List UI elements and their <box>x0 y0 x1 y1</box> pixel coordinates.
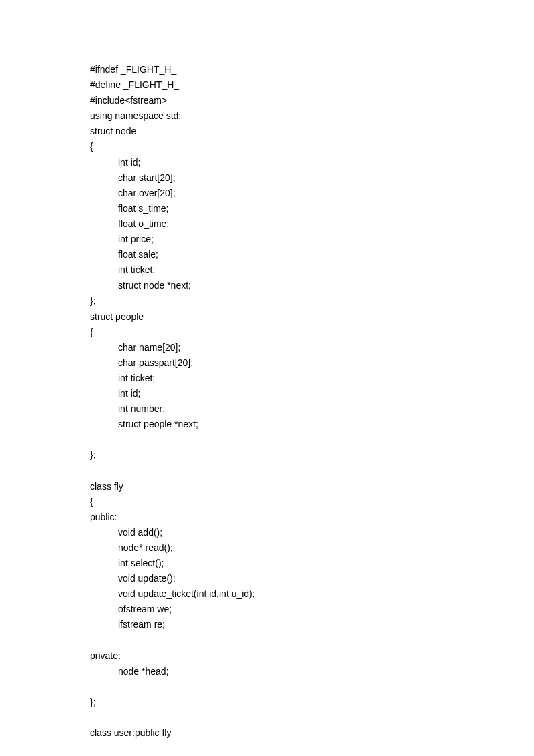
code-line: int number; <box>90 401 534 417</box>
code-line: char passpart[20]; <box>90 355 534 371</box>
code-line: int select(); <box>90 556 534 571</box>
code-line: ofstream we; <box>90 602 534 617</box>
code-line: #ifndef _FLIGHT_H_ <box>90 62 534 77</box>
code-line: int ticket; <box>90 262 534 278</box>
code-line: public: <box>90 510 534 525</box>
code-line <box>90 432 534 447</box>
code-line: int id; <box>90 386 534 401</box>
code-line: { <box>90 325 534 340</box>
code-line: using namespace std; <box>90 108 534 124</box>
code-line: char name[20]; <box>90 340 534 355</box>
code-line <box>90 679 534 695</box>
code-line: char start[20]; <box>90 170 534 186</box>
code-line: class user:public fly <box>90 725 534 741</box>
code-line: node *head; <box>90 664 534 679</box>
code-line: int ticket; <box>90 371 534 386</box>
code-line: { <box>90 139 534 154</box>
code-line: ifstream re; <box>90 617 534 632</box>
code-line: struct people <box>90 309 534 325</box>
code-line <box>90 710 534 725</box>
code-line: node* read(); <box>90 540 534 556</box>
code-line: struct people *next; <box>90 417 534 432</box>
code-line: class fly <box>90 479 534 494</box>
code-line: int id; <box>90 155 534 170</box>
code-line: { <box>90 494 534 510</box>
code-line: }; <box>90 447 534 463</box>
code-line <box>90 632 534 648</box>
code-line: }; <box>90 293 534 309</box>
code-line: struct node <box>90 124 534 139</box>
code-line: float o_time; <box>90 216 534 232</box>
code-line: float s_time; <box>90 201 534 216</box>
code-line: void update_ticket(int id,int u_id); <box>90 586 534 602</box>
code-line: #include<fstream> <box>90 93 534 108</box>
code-line: #define _FLIGHT_H_ <box>90 77 534 93</box>
code-line: struct node *next; <box>90 278 534 293</box>
code-line: float sale; <box>90 247 534 262</box>
code-line: char over[20]; <box>90 186 534 201</box>
code-line: void update(); <box>90 571 534 586</box>
code-line: int price; <box>90 232 534 247</box>
code-line <box>90 463 534 478</box>
code-line: void add(); <box>90 525 534 540</box>
code-line: private: <box>90 648 534 664</box>
code-line: }; <box>90 695 534 710</box>
code-block: #ifndef _FLIGHT_H_#define _FLIGHT_H_#inc… <box>90 62 534 741</box>
